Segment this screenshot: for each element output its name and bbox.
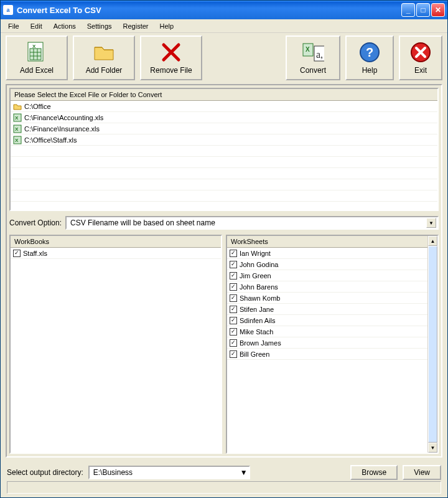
worksheet-item[interactable]: Ian Wrignt [227, 248, 427, 259]
chevron-down-icon[interactable]: ▼ [426, 218, 436, 228]
output-directory-select[interactable]: E:\Business ▼ [88, 466, 250, 479]
svg-text:?: ? [366, 45, 373, 59]
remove-file-button[interactable]: Remove File [140, 35, 202, 80]
minimize-button[interactable]: _ [401, 3, 415, 17]
workbooks-header: WorkBooks [11, 236, 221, 248]
exit-button[interactable]: Exit [399, 35, 442, 80]
list-item-path: C:\Finance\Accounting.xls [24, 114, 103, 121]
view-button[interactable]: View [403, 465, 441, 480]
worksheet-item[interactable]: Sdinfen Ails [227, 315, 427, 326]
list-item-empty [11, 157, 437, 168]
convert-icon: Xa, [302, 41, 324, 63]
worksheet-checkbox[interactable] [230, 250, 237, 257]
help-button[interactable]: ? Help [345, 35, 394, 80]
scroll-up-button[interactable]: ▲ [428, 236, 437, 246]
worksheet-checkbox[interactable] [230, 272, 237, 280]
worksheet-name: Shawn Komb [240, 294, 280, 302]
convert-option-value: CSV Filename will be based on sheet name [70, 218, 215, 227]
menu-actions[interactable]: Actions [49, 21, 81, 31]
worksheets-body[interactable]: Ian WrigntJohn GodinaJim GreenJohn Baren… [227, 248, 427, 453]
list-item[interactable]: C:\Office [11, 101, 437, 112]
menu-file[interactable]: File [3, 21, 24, 31]
worksheet-name: Brown James [240, 339, 281, 347]
worksheet-item[interactable]: John Barens [227, 281, 427, 293]
menu-help[interactable]: Help [155, 21, 179, 31]
list-item[interactable]: X C:\Finance\Accounting.xls [11, 112, 437, 123]
folder-icon [93, 41, 115, 63]
worksheet-checkbox[interactable] [230, 306, 237, 313]
list-item-path: C:\Office\Staff.xls [24, 136, 77, 144]
svg-text:X: X [15, 138, 19, 143]
worksheet-name: John Godina [240, 261, 278, 268]
xls-small-icon: X [13, 125, 22, 133]
add-folder-button[interactable]: Add Folder [73, 35, 135, 80]
client-area: Please Select the Excel File or Folder t… [6, 84, 442, 458]
list-item-path: C:\Office [24, 103, 51, 110]
panes: WorkBooks Staff.xls WorkSheets Ian Wrign… [9, 235, 439, 454]
svg-rect-1 [30, 49, 41, 60]
worksheet-checkbox[interactable] [230, 317, 237, 324]
folder-small-icon [13, 102, 22, 111]
scroll-down-button[interactable]: ▼ [428, 443, 437, 453]
convert-button[interactable]: Xa, Convert [286, 35, 340, 80]
output-label: Select output directory: [7, 468, 83, 477]
workbooks-body[interactable]: Staff.xls [11, 248, 221, 453]
help-icon: ? [358, 41, 381, 63]
status-bar [7, 481, 441, 494]
list-item[interactable]: X C:\Office\Staff.xls [11, 134, 437, 146]
menu-settings[interactable]: Settings [82, 21, 117, 31]
add-excel-button[interactable]: X Add Excel [6, 35, 68, 80]
worksheet-name: John Barens [240, 283, 278, 291]
workbook-checkbox[interactable] [13, 250, 21, 257]
worksheet-item[interactable]: Shawn Komb [227, 293, 427, 304]
svg-text:X: X [32, 44, 36, 49]
worksheet-name: Bill Green [240, 350, 269, 358]
scroll-thumb[interactable] [428, 246, 437, 443]
help-label: Help [362, 66, 378, 75]
view-label: View [414, 468, 430, 477]
worksheets-scrollbar[interactable]: ▲ ▼ [427, 236, 437, 453]
worksheet-item[interactable]: John Godina [227, 259, 427, 270]
convert-label: Convert [300, 66, 326, 75]
worksheet-checkbox[interactable] [230, 294, 237, 302]
worksheet-item[interactable]: Jim Green [227, 270, 427, 281]
worksheet-item[interactable]: Brown James [227, 337, 427, 349]
file-list-body[interactable]: C:\Office X C:\Finance\Accounting.xls X … [11, 101, 437, 210]
convert-option-select[interactable]: CSV Filename will be based on sheet name… [65, 216, 439, 230]
exit-label: Exit [414, 66, 427, 75]
titlebar: a Convert Excel To CSV _ □ ✕ [1, 1, 447, 19]
list-item-empty [11, 190, 437, 202]
workbook-item[interactable]: Staff.xls [11, 248, 221, 259]
app-window: a Convert Excel To CSV _ □ ✕ File Edit A… [0, 0, 448, 498]
worksheet-name: Jim Green [240, 272, 271, 280]
file-list: Please Select the Excel File or Folder t… [9, 88, 439, 211]
list-item[interactable]: X C:\Finance\Insurance.xls [11, 123, 437, 134]
worksheet-item[interactable]: Stifen Jane [227, 304, 427, 315]
menu-edit[interactable]: Edit [26, 21, 47, 31]
worksheet-item[interactable]: Mike Stach [227, 326, 427, 337]
exit-icon [409, 41, 432, 63]
browse-label: Browse [362, 468, 386, 477]
worksheet-checkbox[interactable] [230, 328, 237, 336]
worksheet-checkbox[interactable] [230, 350, 237, 358]
worksheet-name: Stifen Jane [240, 306, 274, 313]
svg-text:a,: a, [316, 49, 323, 60]
worksheet-checkbox[interactable] [230, 283, 237, 291]
workbook-name: Staff.xls [23, 250, 47, 257]
window-title: Convert Excel To CSV [17, 6, 401, 15]
menu-register[interactable]: Register [118, 21, 154, 31]
worksheet-checkbox[interactable] [230, 339, 237, 347]
svg-text:X: X [306, 46, 310, 53]
browse-button[interactable]: Browse [350, 465, 398, 480]
excel-file-icon: X [26, 41, 48, 63]
worksheet-item[interactable]: Bill Green [227, 349, 427, 360]
worksheets-header: WorkSheets [227, 236, 427, 248]
convert-option-row: Convert Option: CSV Filename will be bas… [9, 215, 439, 231]
svg-text:X: X [15, 115, 19, 121]
chevron-down-icon[interactable]: ▼ [240, 468, 248, 477]
maximize-button[interactable]: □ [416, 3, 430, 17]
list-item-empty [11, 202, 437, 210]
worksheet-checkbox[interactable] [230, 261, 237, 268]
worksheet-name: Ian Wrignt [240, 250, 271, 257]
close-button[interactable]: ✕ [431, 3, 445, 17]
